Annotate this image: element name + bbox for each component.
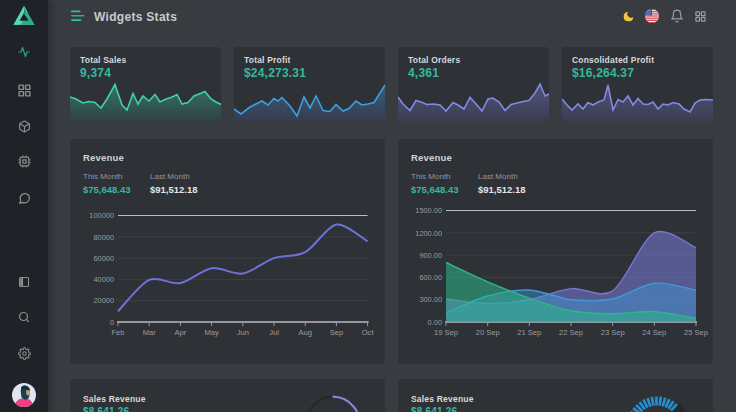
- svg-text:22 Sep: 22 Sep: [559, 328, 583, 337]
- svg-text:80000: 80000: [93, 233, 114, 242]
- svg-text:600.00: 600.00: [419, 273, 442, 282]
- svg-text:Oct: Oct: [362, 328, 375, 337]
- svg-text:Mar: Mar: [143, 328, 157, 337]
- svg-text:0: 0: [110, 318, 114, 327]
- svg-text:1500.00: 1500.00: [415, 206, 442, 215]
- svg-text:Feb: Feb: [111, 328, 124, 337]
- svg-text:100000: 100000: [89, 211, 114, 220]
- svg-text:60000: 60000: [93, 254, 114, 263]
- svg-text:20000: 20000: [93, 296, 114, 305]
- svg-text:0.00: 0.00: [428, 318, 442, 327]
- svg-text:Sep: Sep: [330, 328, 344, 337]
- svg-text:21 Sep: 21 Sep: [517, 328, 541, 337]
- svg-text:40000: 40000: [93, 275, 114, 284]
- svg-text:1200.00: 1200.00: [415, 229, 442, 238]
- svg-text:Apr: Apr: [174, 328, 186, 337]
- svg-text:May: May: [204, 328, 219, 337]
- svg-text:20 Sep: 20 Sep: [476, 328, 500, 337]
- svg-text:24 Sep: 24 Sep: [642, 328, 666, 337]
- svg-text:25 Sep: 25 Sep: [684, 328, 708, 337]
- svg-text:900.00: 900.00: [419, 251, 442, 260]
- svg-text:300.00: 300.00: [419, 295, 442, 304]
- svg-text:23 Sep: 23 Sep: [601, 328, 625, 337]
- svg-text:Jun: Jun: [237, 328, 249, 337]
- svg-text:Jul: Jul: [269, 328, 279, 337]
- svg-text:19 Sep: 19 Sep: [434, 328, 458, 337]
- svg-text:Aug: Aug: [298, 328, 312, 337]
